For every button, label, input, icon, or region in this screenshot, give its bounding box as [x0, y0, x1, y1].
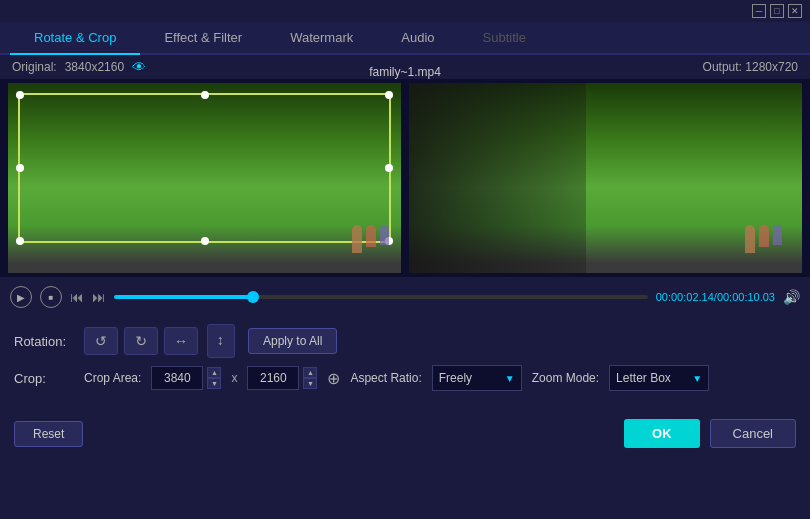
maximize-button[interactable]: □: [770, 4, 784, 18]
output-resolution: 1280x720: [745, 60, 798, 74]
aspect-ratio-dropdown[interactable]: Freely ▼: [432, 365, 522, 391]
original-resolution: 3840x2160: [65, 60, 124, 74]
zoom-mode-value: Letter Box: [616, 371, 671, 385]
total-time: 00:00:10.03: [717, 291, 775, 303]
crop-height-input[interactable]: [247, 366, 299, 390]
bottom-bar: Reset OK Cancel: [0, 411, 810, 454]
right-dark-overlay: [409, 83, 586, 273]
aspect-ratio-label: Aspect Ratio:: [350, 371, 421, 385]
people-left: [352, 225, 389, 253]
original-info: Original: 3840x2160 👁: [12, 59, 146, 75]
video-area: family~1.mp4: [0, 79, 810, 277]
output-info: Output: 1280x720: [703, 60, 798, 74]
eye-icon[interactable]: 👁: [132, 59, 146, 75]
crop-area-label: Crop Area:: [84, 371, 141, 385]
left-video-panel: [8, 83, 401, 273]
crop-handle-ml[interactable]: [16, 164, 24, 172]
file-name: family~1.mp4: [369, 65, 441, 79]
center-crop-icon[interactable]: ⊕: [327, 369, 340, 388]
current-time: 00:00:02.14: [656, 291, 714, 303]
crop-width-down[interactable]: ▼: [207, 378, 221, 389]
left-video-thumb: [8, 83, 401, 273]
stop-button[interactable]: ■: [40, 286, 62, 308]
rotate-left-button[interactable]: ↺: [84, 327, 118, 355]
tab-bar: Rotate & Crop Effect & Filter Watermark …: [0, 22, 810, 55]
progress-thumb[interactable]: [247, 291, 259, 303]
tab-rotate-crop[interactable]: Rotate & Crop: [10, 22, 140, 55]
crop-row: Crop: Crop Area: ▲ ▼ x ▲ ▼ ⊕ Aspect Rati…: [14, 365, 796, 391]
time-display: 00:00:02.14/00:00:10.03: [656, 291, 775, 303]
rotation-row: Rotation: ↺ ↺ ↔ ↔ Apply to All: [14, 327, 796, 355]
flip-horizontal-button[interactable]: ↔: [164, 327, 198, 355]
crop-handle-tl[interactable]: [16, 91, 24, 99]
prev-frame-button[interactable]: ⏮: [70, 289, 84, 305]
minimize-button[interactable]: ─: [752, 4, 766, 18]
progress-fill: [114, 295, 253, 299]
original-label: Original:: [12, 60, 57, 74]
title-bar: ─ □ ✕: [0, 0, 810, 22]
flip-vertical-button[interactable]: ↔: [207, 324, 235, 358]
tab-subtitle: Subtitle: [459, 22, 550, 55]
crop-handle-mb[interactable]: [201, 237, 209, 245]
crop-handle-tr[interactable]: [385, 91, 393, 99]
ok-button[interactable]: OK: [624, 419, 700, 448]
crop-handle-mr[interactable]: [385, 164, 393, 172]
tab-effect-filter[interactable]: Effect & Filter: [140, 22, 266, 55]
progress-track[interactable]: [114, 295, 648, 299]
apply-to-all-button[interactable]: Apply to All: [248, 328, 337, 354]
people-right: [745, 225, 782, 253]
crop-height-spinners: ▲ ▼: [303, 367, 317, 389]
output-label: Output:: [703, 60, 742, 74]
crop-handle-bl[interactable]: [16, 237, 24, 245]
next-frame-button[interactable]: ⏭: [92, 289, 106, 305]
crop-width-input[interactable]: [151, 366, 203, 390]
dimension-separator: x: [231, 371, 237, 385]
rotation-label: Rotation:: [14, 334, 74, 349]
right-video-thumb: [409, 83, 802, 273]
tab-watermark[interactable]: Watermark: [266, 22, 377, 55]
reset-button[interactable]: Reset: [14, 421, 83, 447]
volume-icon[interactable]: 🔊: [783, 289, 800, 305]
crop-label: Crop:: [14, 371, 74, 386]
crop-height-up[interactable]: ▲: [303, 367, 317, 378]
aspect-ratio-arrow: ▼: [505, 373, 515, 384]
crop-width-up[interactable]: ▲: [207, 367, 221, 378]
crop-height-group: ▲ ▼: [247, 366, 317, 390]
crop-width-spinners: ▲ ▼: [207, 367, 221, 389]
action-buttons: OK Cancel: [624, 419, 796, 448]
playback-bar: ▶ ■ ⏮ ⏭ 00:00:02.14/00:00:10.03 🔊: [0, 277, 810, 317]
zoom-mode-label: Zoom Mode:: [532, 371, 599, 385]
zoom-mode-arrow: ▼: [692, 373, 702, 384]
rotation-buttons: ↺ ↺ ↔ ↔: [84, 327, 238, 355]
close-button[interactable]: ✕: [788, 4, 802, 18]
crop-height-down[interactable]: ▼: [303, 378, 317, 389]
tab-audio[interactable]: Audio: [377, 22, 458, 55]
right-video-panel: [409, 83, 802, 273]
zoom-mode-dropdown[interactable]: Letter Box ▼: [609, 365, 709, 391]
controls-area: Rotation: ↺ ↺ ↔ ↔ Apply to All Crop: Cro…: [0, 317, 810, 411]
crop-box[interactable]: [18, 93, 391, 243]
crop-width-group: ▲ ▼: [151, 366, 221, 390]
play-button[interactable]: ▶: [10, 286, 32, 308]
crop-handle-mt[interactable]: [201, 91, 209, 99]
aspect-ratio-value: Freely: [439, 371, 472, 385]
rotate-right-button[interactable]: ↺: [124, 327, 158, 355]
cancel-button[interactable]: Cancel: [710, 419, 796, 448]
